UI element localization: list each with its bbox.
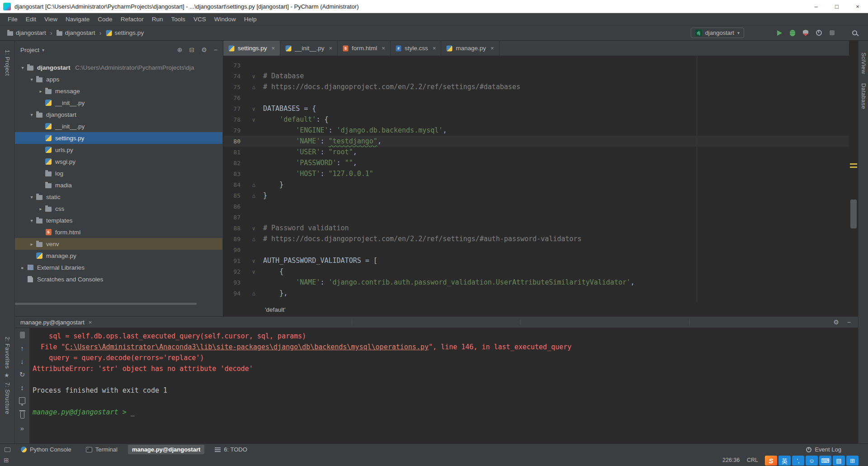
project-tree-item--init-py[interactable]: __init__.py: [15, 97, 222, 109]
editor-tab-style-css[interactable]: #style.css×: [391, 41, 441, 56]
star-icon[interactable]: ★: [4, 372, 9, 379]
run-configuration-selector[interactable]: dj djangostart ▾: [691, 28, 744, 38]
tree-expand-arrow[interactable]: ▾: [28, 112, 36, 117]
code-line-81[interactable]: 81 'USER': "root",: [223, 147, 849, 157]
run-icon[interactable]: [777, 30, 782, 36]
horizontal-scrollbar[interactable]: [15, 303, 197, 305]
tree-expand-arrow[interactable]: ▸: [28, 242, 36, 247]
fold-marker-icon[interactable]: ⌂: [244, 190, 263, 201]
menu-item-view[interactable]: View: [40, 13, 61, 25]
project-tree-item-apps[interactable]: ▾apps: [15, 73, 222, 85]
breadcrumb-item-djangostart[interactable]: djangostart: [57, 29, 95, 36]
locate-icon[interactable]: ⊕: [177, 46, 183, 53]
project-tree-item-scratches-and-consoles[interactable]: Scratches and Consoles: [15, 273, 222, 285]
monitor-icon[interactable]: [19, 397, 25, 404]
menu-item-file[interactable]: File: [4, 13, 22, 25]
editor-tab-settings-py[interactable]: settings.py×: [223, 41, 280, 56]
tool-window-button-6-todo[interactable]: 6: TODO: [211, 445, 251, 454]
code-line-79[interactable]: 79 'ENGINE': 'django.db.backends.mysql',: [223, 125, 849, 136]
tool-window-button-python-console[interactable]: Python Console: [17, 445, 75, 454]
maximize-button[interactable]: □: [826, 0, 847, 13]
stopbtn-icon[interactable]: [20, 332, 25, 338]
more-icon[interactable]: »: [20, 425, 24, 432]
menu-item-vcs[interactable]: VCS: [189, 13, 210, 25]
line-number[interactable]: 93: [223, 277, 244, 288]
line-ending-indicator[interactable]: CRL: [747, 457, 758, 463]
line-number[interactable]: 85: [223, 190, 244, 201]
menu-item-run[interactable]: Run: [148, 13, 167, 25]
editor-tab--init-py[interactable]: __init__.py×: [280, 41, 338, 56]
breadcrumb-item-settings-py[interactable]: settings.py: [106, 29, 144, 36]
tree-expand-arrow[interactable]: ▸: [37, 89, 45, 94]
tab-close-icon[interactable]: ×: [272, 45, 275, 52]
tab-close-icon[interactable]: ×: [382, 45, 385, 52]
project-tree-item-urls-py[interactable]: urls.py: [15, 144, 222, 156]
tree-expand-arrow[interactable]: ▾: [19, 65, 27, 70]
breadcrumb-item-djangostart[interactable]: djangostart: [7, 29, 46, 36]
warning-stripe-mark[interactable]: [850, 166, 857, 168]
tree-expand-arrow[interactable]: ▾: [28, 218, 36, 223]
line-number[interactable]: 80: [223, 136, 244, 147]
tree-expand-arrow[interactable]: ▾: [28, 195, 36, 200]
menu-item-navigate[interactable]: Navigate: [61, 13, 94, 25]
fold-marker-icon[interactable]: ∨: [244, 114, 263, 125]
trash-icon[interactable]: [20, 412, 24, 418]
coverage-icon[interactable]: [803, 30, 808, 36]
breadcrumb-element[interactable]: 'default': [265, 306, 286, 313]
project-tree-item-djangostart[interactable]: ▾djangostart: [15, 109, 222, 120]
tool-window-button-manage-py-djangostart[interactable]: manage.py@djangostart: [128, 445, 204, 454]
menu-item-edit[interactable]: Edit: [22, 13, 40, 25]
line-number[interactable]: 84: [223, 180, 244, 190]
search-icon[interactable]: [852, 30, 857, 35]
chevron-down-icon[interactable]: ▾: [42, 48, 44, 52]
rerun-icon[interactable]: ↻: [19, 371, 25, 378]
tool-window-button-structure[interactable]: 7: Structure: [4, 382, 10, 414]
line-number[interactable]: 89: [223, 234, 244, 245]
line-number[interactable]: 91: [223, 256, 244, 266]
code-line-82[interactable]: 82 'PASSWORD': "",: [223, 157, 849, 168]
line-number[interactable]: 81: [223, 147, 244, 158]
line-number[interactable]: 82: [223, 158, 244, 169]
line-number[interactable]: 75: [223, 82, 244, 93]
close-button[interactable]: ×: [847, 0, 868, 13]
fold-marker-icon[interactable]: ∨: [244, 266, 263, 277]
editor-scrollbar-thumb[interactable]: [850, 200, 857, 228]
code-line-90[interactable]: 90: [223, 244, 849, 255]
code-line-75[interactable]: 75⌂# https://docs.djangoproject.com/en/2…: [223, 81, 849, 92]
project-tree-item-venv[interactable]: ▸venv: [15, 238, 222, 250]
line-number[interactable]: 88: [223, 223, 244, 234]
fold-marker-icon[interactable]: ⌂: [244, 234, 263, 245]
tool-window-switcher-icon[interactable]: [5, 447, 10, 452]
stop-icon[interactable]: [830, 30, 835, 35]
code-line-86[interactable]: 86: [223, 201, 849, 212]
down-icon[interactable]: ↓: [20, 358, 24, 365]
fold-marker-icon[interactable]: ∨: [244, 104, 263, 114]
hide-icon[interactable]: −: [214, 46, 217, 53]
tree-expand-arrow[interactable]: ▸: [19, 265, 27, 270]
quick-access-icon[interactable]: ⊞: [4, 456, 9, 464]
tab-close-icon[interactable]: ×: [491, 45, 494, 52]
project-tree-item-manage-py[interactable]: manage.py: [15, 250, 222, 262]
language-toggle-icon[interactable]: 英: [778, 456, 791, 466]
console-tab[interactable]: manage.py@djangostart ×: [15, 317, 97, 328]
line-number[interactable]: 94: [223, 288, 244, 299]
code-editor[interactable]: 7374∨# Database75⌂# https://docs.djangop…: [223, 56, 849, 303]
profiler-icon[interactable]: [816, 30, 822, 36]
tool-window-button-database[interactable]: Database: [860, 83, 867, 109]
emoji-icon[interactable]: ☺: [806, 456, 818, 466]
settings-icon[interactable]: ⚙: [201, 46, 207, 53]
handwriting-icon[interactable]: ▤: [833, 456, 845, 466]
minimize-button[interactable]: –: [806, 0, 826, 13]
fold-marker-icon[interactable]: ∨: [244, 256, 263, 266]
project-tree-item--init-py[interactable]: __init__.py: [15, 120, 222, 132]
code-line-93[interactable]: 93 'NAME': 'django.contrib.auth.password…: [223, 277, 849, 288]
project-tree-item-message[interactable]: ▸message: [15, 85, 222, 97]
project-tree-item-log[interactable]: log: [15, 167, 222, 179]
project-tree-item-templates[interactable]: ▾templates: [15, 214, 222, 226]
hide-icon[interactable]: −: [847, 319, 851, 326]
tree-expand-arrow[interactable]: ▸: [37, 206, 45, 211]
line-number[interactable]: 76: [223, 93, 244, 104]
menu-item-window[interactable]: Window: [210, 13, 240, 25]
tree-expand-arrow[interactable]: ▾: [28, 77, 36, 82]
toolbox-icon[interactable]: ⊞: [846, 456, 859, 466]
